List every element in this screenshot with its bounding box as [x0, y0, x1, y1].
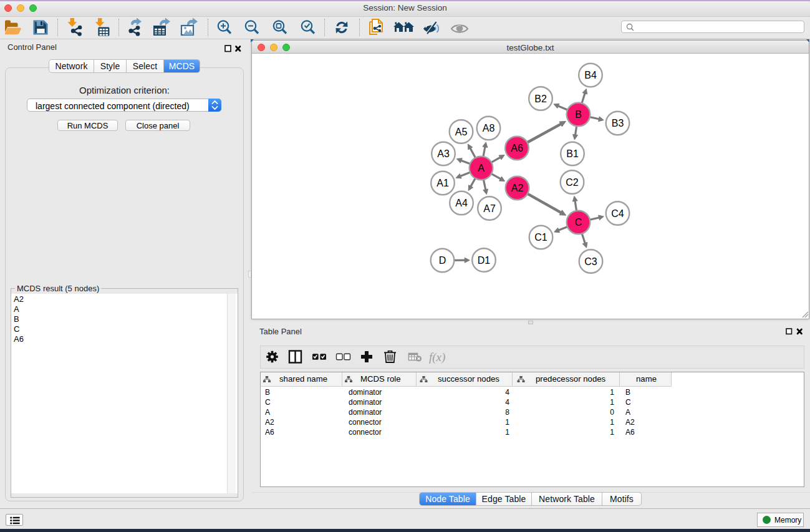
svg-text:A2: A2: [625, 418, 635, 427]
svg-text:C2: C2: [566, 177, 579, 188]
svg-text:A2: A2: [265, 418, 274, 427]
svg-text:B2: B2: [534, 94, 547, 104]
svg-text:A8: A8: [483, 123, 495, 133]
svg-text:A7: A7: [483, 203, 496, 214]
svg-text:8: 8: [505, 408, 509, 417]
svg-text:B3: B3: [612, 118, 624, 128]
svg-text:0: 0: [610, 408, 614, 417]
svg-text:1: 1: [610, 388, 614, 397]
svg-text:1: 1: [610, 398, 614, 407]
svg-text:B: B: [575, 109, 582, 120]
svg-text:A6: A6: [511, 143, 523, 153]
svg-text:dominator: dominator: [349, 398, 382, 407]
svg-text:successor nodes: successor nodes: [438, 374, 499, 384]
svg-text:A5: A5: [455, 127, 468, 137]
svg-text:C1: C1: [534, 232, 547, 243]
svg-text:A2: A2: [511, 183, 524, 193]
svg-text:1: 1: [505, 418, 509, 427]
svg-text:A4: A4: [455, 198, 468, 208]
svg-text:B4: B4: [584, 70, 597, 80]
svg-text:4: 4: [505, 398, 509, 407]
svg-text:1: 1: [610, 428, 614, 437]
svg-text:f(x): f(x): [429, 351, 445, 364]
svg-text:C4: C4: [611, 208, 624, 219]
svg-text:A1: A1: [436, 178, 449, 188]
svg-text:A6: A6: [265, 428, 274, 437]
svg-text:4: 4: [505, 388, 509, 397]
svg-text:A: A: [478, 163, 485, 173]
svg-text:A3: A3: [437, 148, 450, 159]
svg-text:C: C: [625, 398, 631, 407]
svg-text:A: A: [265, 408, 270, 417]
svg-text:B: B: [625, 388, 630, 397]
svg-text:D: D: [439, 255, 446, 266]
svg-text:connector: connector: [349, 418, 382, 427]
svg-text:1: 1: [610, 418, 614, 427]
svg-text:connector: connector: [349, 428, 382, 437]
svg-text:shared name: shared name: [279, 374, 327, 384]
svg-text:C: C: [265, 398, 271, 407]
svg-text:B: B: [265, 388, 270, 397]
svg-text:B1: B1: [566, 148, 579, 159]
svg-text:1: 1: [505, 428, 509, 437]
svg-text:C3: C3: [584, 256, 597, 267]
svg-text:name: name: [636, 374, 657, 384]
svg-text:dominator: dominator: [349, 408, 382, 417]
svg-text:A6: A6: [625, 428, 635, 437]
svg-text:predecessor nodes: predecessor nodes: [536, 374, 606, 384]
svg-text:C: C: [575, 217, 582, 228]
svg-text:A: A: [625, 408, 630, 417]
svg-text:dominator: dominator: [349, 388, 382, 397]
svg-text:MCDS role: MCDS role: [360, 374, 400, 384]
svg-text:D1: D1: [478, 255, 491, 266]
